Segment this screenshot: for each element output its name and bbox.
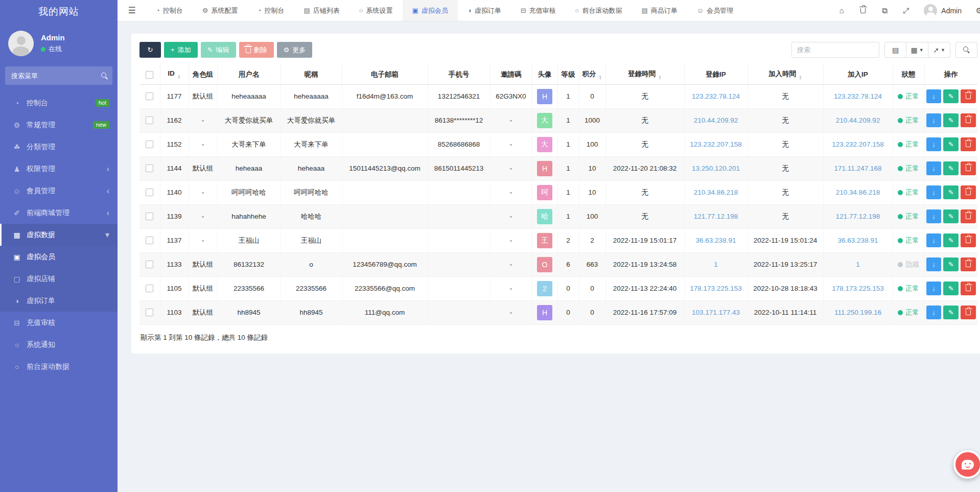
join-ip-link[interactable]: 121.77.12.198 <box>836 213 880 220</box>
tab-member-manage[interactable]: ☺会员管理 <box>687 0 743 21</box>
topbar-admin-label[interactable]: Admin <box>941 7 962 15</box>
fullscreen-icon[interactable]: ⤢ <box>895 6 917 15</box>
row-checkbox[interactable] <box>146 189 153 196</box>
column-header-points[interactable]: 积分▲▼ <box>579 65 605 84</box>
column-header-nickname[interactable]: 昵稱 <box>281 65 342 84</box>
row-edit-button[interactable]: ✎ <box>943 282 959 295</box>
tab-system-setting[interactable]: ○系统设置 <box>349 0 403 21</box>
export-button[interactable]: ➚▼ <box>928 42 950 58</box>
menu-toggle-icon[interactable]: ☰ <box>118 0 146 21</box>
topbar-avatar[interactable] <box>924 4 937 17</box>
more-button[interactable]: ⚙更多 <box>277 42 313 58</box>
row-edit-button[interactable]: ✎ <box>943 137 959 151</box>
tab-console-2[interactable]: ◔控制台 <box>248 0 294 21</box>
join-ip-link[interactable]: 210.44.209.92 <box>836 116 880 124</box>
login-ip-link[interactable]: 103.171.177.43 <box>692 309 740 316</box>
sidebar-item-virtual-member[interactable]: ▣虚拟会员 <box>0 246 118 268</box>
row-edit-button[interactable]: ✎ <box>943 209 959 223</box>
search-submit-button[interactable] <box>955 42 977 58</box>
column-header-join_time[interactable]: 加入時間▲▼ <box>748 65 823 84</box>
sidebar-item-virtual-shop[interactable]: ▢虚拟店铺 <box>0 268 118 290</box>
settings-gear-icon[interactable]: ⚙+ <box>970 6 980 15</box>
document-icon[interactable]: ⧉ <box>874 6 895 15</box>
row-delete-button[interactable] <box>961 161 976 175</box>
sidebar-item-category-manage[interactable]: ☘分類管理 <box>0 136 118 158</box>
row-edit-button[interactable]: ✎ <box>943 306 959 319</box>
login-ip-link[interactable]: 178.173.225.153 <box>690 285 741 292</box>
tab-shop-list[interactable]: ▤店铺列表 <box>294 0 349 21</box>
tab-goods-order[interactable]: ▤商品订单 <box>632 0 687 21</box>
row-download-button[interactable]: ↓ <box>926 185 942 199</box>
row-delete-button[interactable] <box>961 306 976 319</box>
select-all-checkbox[interactable] <box>146 71 153 79</box>
sidebar-item-console[interactable]: ◔控制台hot <box>0 92 118 114</box>
join-ip-link[interactable]: 123.232.78.124 <box>834 92 882 100</box>
row-delete-button[interactable] <box>961 137 976 151</box>
column-header-phone[interactable]: 手机号 <box>428 65 490 84</box>
sidebar-item-mall-manage[interactable]: ✐前端商城管理‹ <box>0 202 118 224</box>
login-ip-link[interactable]: 210.34.86.218 <box>694 189 738 196</box>
sidebar-item-system-notice[interactable]: ○系统通知 <box>0 334 118 356</box>
column-header-email[interactable]: 电子邮箱 <box>342 65 428 84</box>
column-header-join_ip[interactable]: 加入IP <box>823 65 893 84</box>
sidebar-item-member-manage[interactable]: ☺會員管理‹ <box>0 180 118 202</box>
delete-button[interactable]: 删除 <box>239 42 274 58</box>
row-checkbox[interactable] <box>146 285 153 292</box>
row-delete-button[interactable] <box>961 257 976 271</box>
row-checkbox[interactable] <box>146 140 153 148</box>
row-download-button[interactable]: ↓ <box>926 282 942 295</box>
row-checkbox[interactable] <box>146 237 153 244</box>
row-edit-button[interactable]: ✎ <box>943 113 959 127</box>
row-edit-button[interactable]: ✎ <box>943 233 959 247</box>
row-delete-button[interactable] <box>961 233 976 247</box>
sidebar-item-front-scroll-data[interactable]: ○前台滚动数据 <box>0 356 118 378</box>
tab-system-config[interactable]: ⚙系统配置 <box>193 0 248 21</box>
row-delete-button[interactable] <box>961 185 976 199</box>
join-ip-link[interactable]: 1 <box>856 261 860 268</box>
table-search-input[interactable] <box>791 42 879 58</box>
row-delete-button[interactable] <box>961 89 976 103</box>
home-icon[interactable]: ⌂ <box>831 6 852 15</box>
row-download-button[interactable]: ↓ <box>926 209 942 223</box>
column-header-level[interactable]: 等级 <box>557 65 579 84</box>
login-ip-link[interactable]: 1 <box>714 261 718 268</box>
login-ip-link[interactable]: 121.77.12.198 <box>694 213 738 220</box>
sidebar-item-general-manage[interactable]: ⚙常规管理new <box>0 114 118 136</box>
edit-button[interactable]: ✎编辑 <box>201 42 236 58</box>
refresh-button[interactable]: ↻ <box>139 42 161 58</box>
detail-view-button[interactable]: ▤ <box>884 42 906 58</box>
login-ip-link[interactable]: 210.44.209.92 <box>694 116 738 124</box>
join-ip-link[interactable]: 171.11.247.168 <box>834 165 882 172</box>
row-delete-button[interactable] <box>961 282 976 295</box>
tab-virtual-member[interactable]: ▣虚拟会员 <box>403 0 458 21</box>
toggle-columns-button[interactable]: ▦▼ <box>906 42 928 58</box>
column-header-invite[interactable]: 邀請碼 <box>490 65 532 84</box>
row-download-button[interactable]: ↓ <box>926 306 942 319</box>
row-delete-button[interactable] <box>961 113 976 127</box>
row-download-button[interactable]: ↓ <box>926 113 942 127</box>
add-button[interactable]: +添加 <box>164 42 198 58</box>
join-ip-link[interactable]: 178.173.225.153 <box>832 285 883 292</box>
row-checkbox[interactable] <box>146 309 153 316</box>
column-header-status[interactable]: 狀態 <box>893 65 924 84</box>
sidebar-item-virtual-data[interactable]: ▦虚拟数据▾ <box>0 224 118 246</box>
sort-icon[interactable]: ▲▼ <box>658 75 662 80</box>
row-edit-button[interactable]: ✎ <box>943 89 959 103</box>
row-edit-button[interactable]: ✎ <box>943 257 959 271</box>
chat-fab-button[interactable] <box>953 450 980 479</box>
sort-icon[interactable]: ▲▼ <box>599 75 602 80</box>
column-header-id[interactable]: ID▲▼ <box>160 65 189 84</box>
column-header-role[interactable]: 角色组 <box>189 65 217 84</box>
sidebar-item-virtual-order[interactable]: ◑虚拟订单 <box>0 290 118 312</box>
login-ip-link[interactable]: 123.232.78.124 <box>692 92 740 100</box>
row-checkbox[interactable] <box>146 261 153 268</box>
column-header-login_ip[interactable]: 登錄IP <box>684 65 748 84</box>
login-ip-link[interactable]: 123.232.207.158 <box>690 140 741 148</box>
sidebar-item-recharge-audit[interactable]: ⊟充值审核 <box>0 312 118 334</box>
menu-search-input[interactable] <box>11 72 101 80</box>
tab-console-1[interactable]: ◔控制台 <box>146 0 193 21</box>
login-ip-link[interactable]: 13.250.120.201 <box>692 165 740 172</box>
row-download-button[interactable]: ↓ <box>926 137 942 151</box>
row-edit-button[interactable]: ✎ <box>943 185 959 199</box>
column-header-username[interactable]: 用户名 <box>217 65 281 84</box>
